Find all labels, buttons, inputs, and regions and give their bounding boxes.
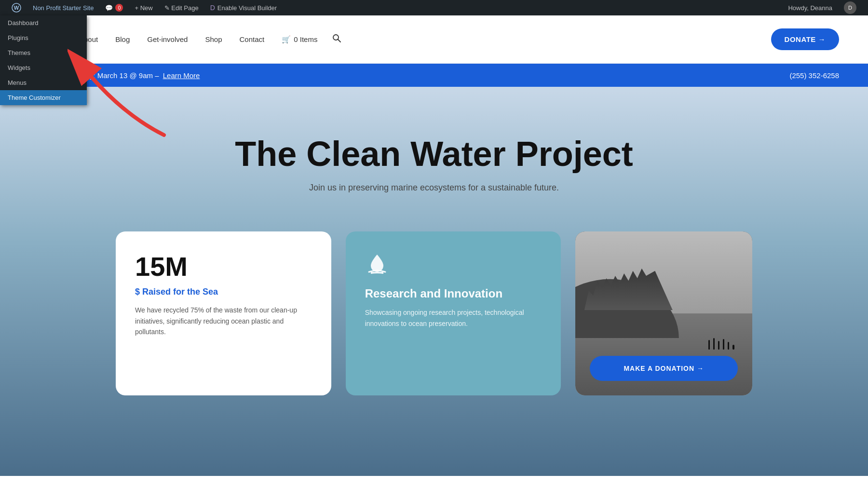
user-avatar-item[interactable]: D — [838, 0, 862, 15]
site-name-label: Non Profit Starter Site — [33, 4, 94, 12]
avatar: D — [844, 1, 856, 14]
image-card: MAKE A DONATION → — [575, 231, 752, 395]
admin-bar-left: W Non Profit Starter Site 💬 0 + New ✎ Ed… — [6, 0, 782, 15]
dropdown-item-dashboard[interactable]: Dashboard — [0, 15, 87, 30]
hero-subtitle: Join us in preserving marine ecosystems … — [309, 183, 559, 193]
announcement-phone: (255) 352-6258 — [789, 71, 839, 80]
make-donation-button[interactable]: MAKE A DONATION → — [590, 356, 738, 381]
stat-card: 15M $ Raised for the Sea We have recycle… — [116, 231, 331, 395]
dropdown-item-themes[interactable]: Themes — [0, 45, 87, 60]
hero-section: The Clean Water Project Join us in prese… — [0, 87, 868, 476]
visual-builder-item[interactable]: D Enable Visual Builder — [204, 0, 283, 15]
wp-logo-icon: W — [12, 3, 21, 13]
visual-builder-label: Enable Visual Builder — [217, 4, 277, 12]
svg-text:W: W — [14, 5, 19, 11]
new-label: + New — [135, 4, 152, 12]
nav-shop[interactable]: Shop — [198, 31, 229, 47]
appearance-dropdown: Dashboard Plugins Themes Widgets Menus T… — [0, 15, 87, 105]
dropdown-item-menus[interactable]: Menus — [0, 75, 87, 90]
new-item[interactable]: + New — [129, 0, 158, 15]
nav-get-involved[interactable]: Get-involved — [140, 31, 194, 47]
comment-icon: 💬 — [105, 4, 113, 12]
nav-blog[interactable]: Blog — [108, 31, 136, 47]
stat-text: We have recycled 75% of the waste from o… — [135, 305, 312, 337]
announcement-bar: Beach Cleanup Day: March 13 @ 9am – Lear… — [0, 64, 868, 87]
cards-row: 15M $ Raised for the Sea We have recycle… — [0, 231, 868, 395]
hero-title: The Clean Water Project — [235, 135, 633, 173]
site-header: D About Blog Get-involved Shop Contact 🛒… — [0, 15, 868, 64]
site-nav: About Blog Get-involved Shop Contact 🛒 0… — [72, 29, 771, 49]
site-name-item[interactable]: Non Profit Starter Site — [27, 0, 99, 15]
edit-page-item[interactable]: ✎ Edit Page — [159, 0, 204, 15]
dropdown-item-widgets[interactable]: Widgets — [0, 60, 87, 75]
research-text: Showcasing ongoing research projects, te… — [365, 307, 542, 329]
stat-number: 15M — [135, 251, 312, 282]
search-button[interactable] — [328, 29, 345, 49]
donate-button[interactable]: DONATE → — [771, 28, 839, 50]
dropdown-item-theme-customizer[interactable]: Theme Customizer — [0, 90, 87, 105]
howdy-text: Howdy, Deanna — [782, 4, 838, 12]
nav-contact[interactable]: Contact — [233, 31, 271, 47]
cart-count: 0 Items — [294, 35, 317, 43]
dropdown-item-plugins[interactable]: Plugins — [0, 30, 87, 45]
header-left: D About Blog Get-involved Shop Contact 🛒… — [29, 25, 771, 54]
stat-label: $ Raised for the Sea — [135, 287, 312, 297]
wp-logo-item[interactable]: W — [6, 0, 27, 15]
comments-item[interactable]: 💬 0 — [99, 0, 129, 15]
water-drop-icon — [365, 251, 542, 279]
admin-bar-right: Howdy, Deanna D — [782, 0, 862, 15]
research-title: Research and Innovation — [365, 287, 542, 300]
research-card: Research and Innovation Showcasing ongoi… — [346, 231, 561, 395]
learn-more-link[interactable]: Learn More — [163, 71, 200, 80]
divi-icon: D — [210, 4, 215, 12]
admin-bar: W Non Profit Starter Site 💬 0 + New ✎ Ed… — [0, 0, 868, 15]
edit-page-label: ✎ Edit Page — [164, 4, 199, 12]
cart-item[interactable]: 🛒 0 Items — [275, 31, 324, 48]
svg-line-4 — [338, 40, 341, 42]
cart-icon: 🛒 — [282, 35, 291, 44]
donation-btn-wrapper: MAKE A DONATION → — [575, 356, 752, 381]
comment-count: 0 — [115, 4, 123, 12]
